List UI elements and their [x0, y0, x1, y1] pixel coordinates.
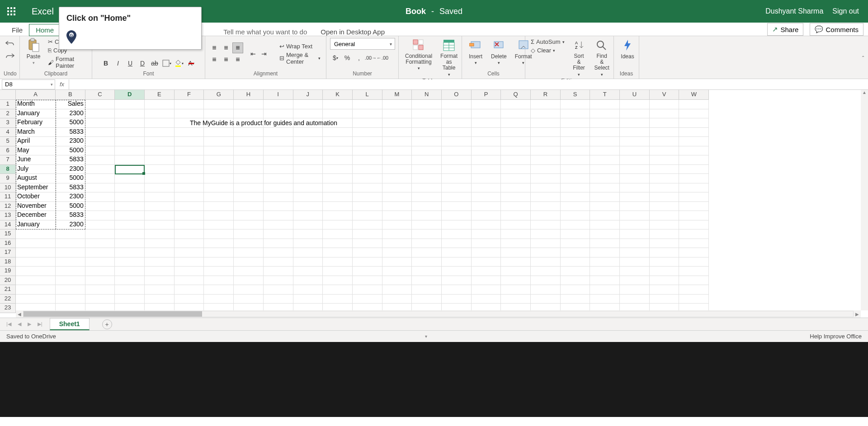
- cell-B5[interactable]: 2300: [56, 137, 85, 146]
- cell-L8[interactable]: [353, 165, 382, 174]
- cell-I6[interactable]: [264, 146, 293, 156]
- cell-W9[interactable]: [679, 174, 709, 183]
- cell-M14[interactable]: [382, 220, 412, 230]
- cell-H6[interactable]: [234, 146, 264, 156]
- cell-W19[interactable]: [679, 267, 709, 276]
- cell-H21[interactable]: [234, 285, 264, 295]
- cell-A18[interactable]: [16, 257, 56, 267]
- cell-M12[interactable]: [382, 202, 412, 211]
- cell-Q21[interactable]: [501, 285, 531, 295]
- cell-S15[interactable]: [561, 229, 590, 239]
- align-bottom-center[interactable]: ≡: [221, 54, 231, 65]
- cell-W13[interactable]: [679, 211, 709, 220]
- cell-B21[interactable]: [56, 285, 85, 295]
- cell-K7[interactable]: [323, 155, 353, 165]
- cell-C10[interactable]: [85, 183, 115, 193]
- cell-Q8[interactable]: [501, 165, 531, 174]
- cell-Q22[interactable]: [501, 295, 531, 304]
- cell-E6[interactable]: [145, 146, 175, 156]
- cell-I5[interactable]: [264, 137, 293, 146]
- increase-decimal-button[interactable]: .00→: [365, 52, 376, 63]
- column-header-A[interactable]: A: [16, 90, 56, 100]
- cell-R9[interactable]: [531, 174, 561, 183]
- cell-W20[interactable]: [679, 276, 709, 286]
- cell-I13[interactable]: [264, 211, 293, 220]
- cell-F15[interactable]: [175, 229, 204, 239]
- cell-O6[interactable]: [442, 146, 472, 156]
- cell-B1[interactable]: Sales: [56, 100, 85, 109]
- cell-O2[interactable]: [442, 109, 472, 119]
- cell-H11[interactable]: [234, 192, 264, 202]
- cell-U4[interactable]: [620, 128, 650, 137]
- cell-A12[interactable]: November: [16, 202, 56, 211]
- cell-W16[interactable]: [679, 239, 709, 248]
- cell-U16[interactable]: [620, 239, 650, 248]
- cell-G6[interactable]: [204, 146, 234, 156]
- tell-me-input[interactable]: Tell me what you want to do: [223, 28, 307, 36]
- cell-F1[interactable]: [175, 100, 204, 109]
- cell-K14[interactable]: [323, 220, 353, 230]
- cell-L19[interactable]: [353, 267, 382, 276]
- cell-J11[interactable]: [293, 192, 323, 202]
- cell-W6[interactable]: [679, 146, 709, 156]
- cell-W12[interactable]: [679, 202, 709, 211]
- cell-R6[interactable]: [531, 146, 561, 156]
- row-header-2[interactable]: 2: [0, 109, 16, 119]
- cell-H18[interactable]: [234, 257, 264, 267]
- cell-W4[interactable]: [679, 128, 709, 137]
- cell-T15[interactable]: [590, 229, 620, 239]
- cell-Q9[interactable]: [501, 174, 531, 183]
- cell-U6[interactable]: [620, 146, 650, 156]
- cell-B16[interactable]: [56, 239, 85, 248]
- autosum-button[interactable]: ΣAutoSum▾: [529, 38, 566, 46]
- cell-E19[interactable]: [145, 267, 175, 276]
- cell-O21[interactable]: [442, 285, 472, 295]
- cell-B13[interactable]: 5833: [56, 211, 85, 220]
- cell-K18[interactable]: [323, 257, 353, 267]
- cell-A13[interactable]: December: [16, 211, 56, 220]
- cell-V15[interactable]: [650, 229, 679, 239]
- cell-L12[interactable]: [353, 202, 382, 211]
- cell-R7[interactable]: [531, 155, 561, 165]
- cell-D18[interactable]: [115, 257, 145, 267]
- cell-V1[interactable]: [650, 100, 679, 109]
- column-header-J[interactable]: J: [293, 90, 323, 100]
- cell-L14[interactable]: [353, 220, 382, 230]
- cell-R17[interactable]: [531, 248, 561, 257]
- cell-M9[interactable]: [382, 174, 412, 183]
- cell-D22[interactable]: [115, 295, 145, 304]
- cell-L18[interactable]: [353, 257, 382, 267]
- cell-S4[interactable]: [561, 128, 590, 137]
- row-header-19[interactable]: 19: [0, 267, 16, 276]
- column-header-S[interactable]: S: [561, 90, 590, 100]
- cell-B12[interactable]: 5000: [56, 202, 85, 211]
- cell-U9[interactable]: [620, 174, 650, 183]
- cell-E17[interactable]: [145, 248, 175, 257]
- cell-R20[interactable]: [531, 276, 561, 286]
- cell-D15[interactable]: [115, 229, 145, 239]
- cell-R14[interactable]: [531, 220, 561, 230]
- cell-G1[interactable]: [204, 100, 234, 109]
- row-header-5[interactable]: 5: [0, 137, 16, 146]
- cell-K1[interactable]: [323, 100, 353, 109]
- cell-I9[interactable]: [264, 174, 293, 183]
- column-header-T[interactable]: T: [590, 90, 620, 100]
- cell-R21[interactable]: [531, 285, 561, 295]
- cell-M2[interactable]: [382, 109, 412, 119]
- cell-N1[interactable]: [412, 100, 442, 109]
- cell-S6[interactable]: [561, 146, 590, 156]
- cell-U17[interactable]: [620, 248, 650, 257]
- tab-file[interactable]: File: [5, 24, 29, 36]
- cell-I1[interactable]: [264, 100, 293, 109]
- cell-L2[interactable]: [353, 109, 382, 119]
- font-color-button[interactable]: A▾: [186, 58, 197, 69]
- cell-G9[interactable]: [204, 174, 234, 183]
- cell-T6[interactable]: [590, 146, 620, 156]
- cell-T18[interactable]: [590, 257, 620, 267]
- cell-A16[interactable]: [16, 239, 56, 248]
- help-improve-link[interactable]: Help Improve Office: [810, 333, 862, 340]
- row-header-12[interactable]: 12: [0, 202, 16, 211]
- cell-H1[interactable]: [234, 100, 264, 109]
- cell-Q20[interactable]: [501, 276, 531, 286]
- cell-H8[interactable]: [234, 165, 264, 174]
